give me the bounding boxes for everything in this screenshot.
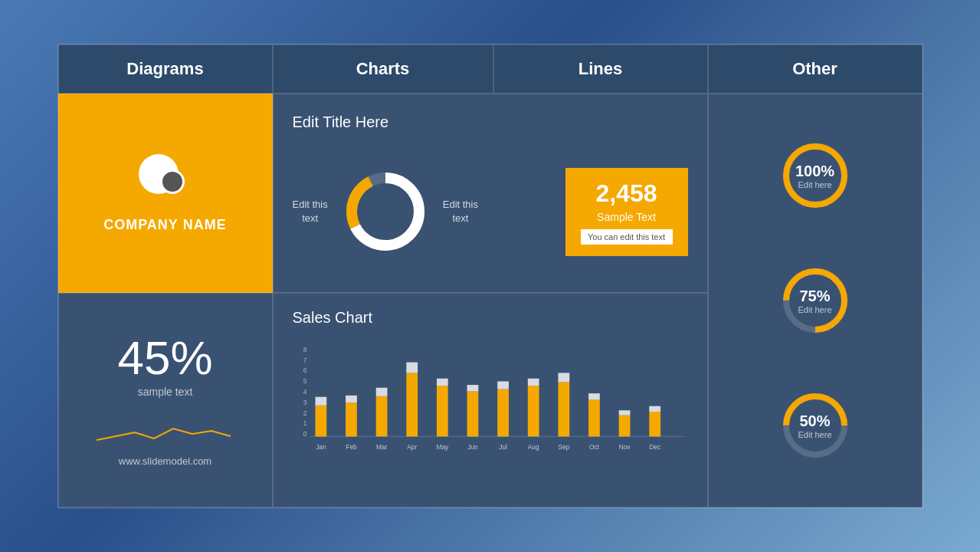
sales-chart-cell: Sales Chart 8 7 6 5 4 3 2 1 0 Jan: [273, 293, 708, 508]
svg-rect-33: [467, 391, 478, 436]
charts-top-cell: Edit Title Here Edit this text: [273, 94, 708, 293]
gauge-ring-100: 100% Edit here: [777, 137, 854, 214]
svg-rect-40: [527, 379, 539, 386]
svg-rect-19: [315, 397, 326, 406]
svg-text:Nov: Nov: [618, 443, 631, 451]
website-text: www.slidemodel.com: [119, 455, 211, 467]
sparkline-chart: [97, 409, 234, 448]
svg-text:Feb: Feb: [346, 443, 357, 451]
svg-text:7: 7: [303, 356, 306, 364]
svg-text:0: 0: [303, 430, 306, 438]
svg-rect-36: [497, 389, 509, 437]
svg-text:4: 4: [303, 388, 306, 396]
charts-top-content: Edit this text E: [293, 146, 688, 277]
header-diagrams: Diagrams: [58, 44, 273, 94]
header-charts: Charts: [273, 44, 493, 94]
donut-area: Edit this text E: [293, 166, 550, 258]
svg-rect-51: [649, 412, 660, 436]
svg-rect-37: [497, 381, 509, 389]
company-logo-icon: [139, 154, 192, 208]
svg-rect-46: [588, 393, 600, 399]
header-other: Other: [708, 44, 923, 94]
gauge-ring-75: 75% Edit here: [777, 262, 854, 339]
svg-text:Jul: Jul: [499, 443, 507, 451]
edit-text-right: Edit this text: [443, 198, 478, 225]
svg-text:1: 1: [303, 419, 306, 427]
svg-text:Apr: Apr: [407, 443, 417, 451]
gauge-100: 100% Edit here: [777, 137, 854, 214]
svg-text:3: 3: [303, 399, 306, 406]
stats-cell: 45% sample text www.slidemodel.com: [58, 293, 273, 508]
stat-number: 2,458: [581, 179, 673, 208]
svg-rect-49: [618, 410, 630, 415]
svg-rect-30: [436, 386, 447, 436]
stat-box: 2,458 Sample Text You can edit this text: [565, 168, 688, 256]
svg-rect-34: [467, 385, 478, 391]
svg-text:Sep: Sep: [558, 443, 569, 451]
gauge-label-50: 50% Edit here: [798, 412, 831, 439]
header-row: Diagrams Charts Lines Other: [58, 44, 923, 94]
donut-chart: [339, 166, 431, 258]
edit-text-left: Edit this text: [293, 198, 328, 225]
sales-bar-chart: 8 7 6 5 4 3 2 1 0 Jan Feb: [293, 338, 688, 468]
gauge-label-100: 100% Edit here: [795, 163, 834, 189]
other-cell: 100% Edit here 75% Edit here: [708, 94, 923, 508]
svg-rect-43: [558, 373, 569, 382]
svg-rect-28: [406, 363, 418, 373]
edit-title[interactable]: Edit Title Here: [293, 113, 688, 131]
sample-text: sample text: [138, 386, 193, 398]
company-name: COMPANY NAME: [103, 217, 227, 233]
svg-text:5: 5: [303, 377, 306, 385]
svg-rect-31: [436, 379, 447, 386]
svg-rect-45: [588, 399, 600, 436]
svg-rect-22: [346, 396, 357, 402]
svg-text:8: 8: [303, 346, 306, 353]
svg-text:Aug: Aug: [527, 443, 539, 451]
svg-text:6: 6: [303, 366, 306, 374]
svg-text:Oct: Oct: [589, 443, 600, 451]
logo-cell: COMPANY NAME: [58, 94, 273, 293]
stat-sub: You can edit this text: [581, 229, 673, 245]
gauge-ring-50: 50% Edit here: [777, 387, 854, 464]
sales-chart-title: Sales Chart: [293, 309, 688, 327]
svg-text:Mar: Mar: [375, 443, 387, 451]
svg-text:Jan: Jan: [316, 443, 326, 451]
svg-rect-48: [618, 416, 630, 437]
gauge-label-75: 75% Edit here: [798, 287, 831, 314]
dashboard: Diagrams Charts Lines Other COMPANY NAME…: [57, 44, 923, 508]
stat-label: Sample Text: [581, 211, 673, 223]
svg-text:2: 2: [303, 409, 306, 417]
header-lines: Lines: [493, 44, 708, 94]
svg-text:Jun: Jun: [467, 443, 478, 451]
svg-rect-39: [527, 386, 539, 436]
svg-rect-25: [375, 388, 387, 396]
content-row: COMPANY NAME Edit Title Here Edit this t…: [58, 94, 923, 508]
gauge-75: 75% Edit here: [777, 262, 854, 339]
svg-rect-24: [375, 396, 387, 437]
svg-rect-52: [649, 406, 660, 412]
logo-circle-small: [160, 169, 185, 194]
svg-text:May: May: [436, 443, 449, 451]
svg-text:Dec: Dec: [649, 443, 660, 451]
svg-rect-21: [346, 402, 357, 436]
gauge-50: 50% Edit here: [777, 387, 854, 464]
percent-display: 45%: [117, 334, 212, 382]
svg-rect-27: [406, 373, 418, 436]
svg-rect-42: [558, 382, 569, 436]
svg-rect-18: [315, 406, 326, 437]
